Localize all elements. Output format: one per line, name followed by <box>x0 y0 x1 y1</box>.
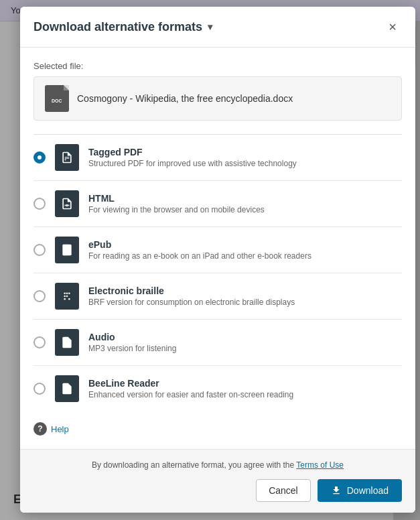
pdf-format-icon <box>55 144 79 171</box>
docx-file-icon: DOC <box>45 85 69 112</box>
footer-buttons: Cancel Download <box>33 479 402 502</box>
modal-title-text: Download alternative formats <box>33 20 202 34</box>
format-item-tagged-pdf[interactable]: Tagged PDF Structured PDF for improved u… <box>33 135 402 181</box>
format-item-html[interactable]: HTML For viewing in the browser and on m… <box>33 181 402 227</box>
audio-text: Audio MP3 version for listening <box>88 332 176 353</box>
html-desc: For viewing in the browser and on mobile… <box>88 205 265 214</box>
selected-file-box: DOC Cosmogony - Wikipedia, the free ency… <box>33 76 402 121</box>
beeline-desc: Enhanced version for easier and faster o… <box>88 390 293 399</box>
terms-text: By downloading an alternative format, yo… <box>33 460 402 470</box>
braille-format-icon <box>55 283 79 310</box>
tagged-pdf-name: Tagged PDF <box>88 147 297 157</box>
modal-body: Selected file: DOC Cosmogony - Wikipedia… <box>20 48 415 449</box>
beeline-name: BeeLine Reader <box>88 378 293 389</box>
tagged-pdf-desc: Structured PDF for improved use with ass… <box>88 159 297 168</box>
epub-format-icon <box>55 237 79 263</box>
modal-overlay: Download alternative formats ▾ × Selecte… <box>0 0 420 520</box>
braille-desc: BRF version for consumption on electroni… <box>88 298 295 307</box>
download-icon <box>331 485 342 496</box>
format-item-braille[interactable]: Electronic braille BRF version for consu… <box>33 273 402 320</box>
modal-footer: By downloading an alternative format, yo… <box>20 449 415 513</box>
modal-title: Download alternative formats ▾ <box>33 20 212 34</box>
selected-file-name: Cosmogony - Wikipedia, the free encyclop… <box>77 93 293 104</box>
beeline-text: BeeLine Reader Enhanced version for easi… <box>88 378 293 399</box>
modal-header: Download alternative formats ▾ × <box>20 7 415 48</box>
braille-name: Electronic braille <box>88 285 295 296</box>
download-formats-modal: Download alternative formats ▾ × Selecte… <box>20 7 415 513</box>
tagged-pdf-text: Tagged PDF Structured PDF for improved u… <box>88 147 297 168</box>
epub-name: ePub <box>88 239 311 250</box>
epub-text: ePub For reading as an e-book on an iPad… <box>88 239 311 261</box>
beeline-format-icon: B <box>55 375 79 402</box>
selected-file-label: Selected file: <box>33 61 402 71</box>
svg-text:DOC: DOC <box>52 99 62 103</box>
title-dropdown-arrow[interactable]: ▾ <box>208 21 212 32</box>
radio-tagged-pdf[interactable] <box>33 151 46 164</box>
radio-html[interactable] <box>33 198 46 210</box>
svg-point-2 <box>66 204 68 206</box>
format-item-epub[interactable]: ePub For reading as an e-book on an iPad… <box>33 227 402 273</box>
svg-point-4 <box>64 293 66 295</box>
terms-link[interactable]: Terms of Use <box>296 460 344 470</box>
html-name: HTML <box>88 193 265 204</box>
terms-prefix: By downloading an alternative format, yo… <box>92 460 296 470</box>
svg-point-7 <box>64 296 66 298</box>
epub-desc: For reading as an e-book on an iPad and … <box>88 251 311 261</box>
svg-point-5 <box>66 293 68 295</box>
html-text: HTML For viewing in the browser and on m… <box>88 193 265 214</box>
format-item-beeline[interactable]: B BeeLine Reader Enhanced version for ea… <box>33 366 402 411</box>
radio-epub[interactable] <box>33 244 46 256</box>
html-format-icon <box>55 190 79 217</box>
cancel-button[interactable]: Cancel <box>256 479 311 502</box>
svg-point-10 <box>68 298 70 300</box>
help-link[interactable]: ? Help <box>33 422 402 436</box>
radio-braille[interactable] <box>33 290 46 302</box>
radio-beeline[interactable] <box>33 383 46 395</box>
help-icon: ? <box>33 422 47 436</box>
svg-point-9 <box>64 298 66 300</box>
svg-text:B: B <box>64 388 68 394</box>
close-button[interactable]: × <box>383 17 402 36</box>
download-label: Download <box>347 485 389 496</box>
download-button[interactable]: Download <box>318 479 402 502</box>
radio-audio[interactable] <box>33 336 46 348</box>
svg-point-8 <box>66 296 68 298</box>
audio-name: Audio <box>88 332 176 342</box>
svg-point-6 <box>68 293 70 295</box>
format-item-audio[interactable]: Audio MP3 version for listening <box>33 320 402 366</box>
format-list: Tagged PDF Structured PDF for improved u… <box>33 134 402 411</box>
braille-text: Electronic braille BRF version for consu… <box>88 285 295 307</box>
audio-desc: MP3 version for listening <box>88 344 176 353</box>
help-label: Help <box>51 424 69 434</box>
audio-format-icon <box>55 329 79 356</box>
